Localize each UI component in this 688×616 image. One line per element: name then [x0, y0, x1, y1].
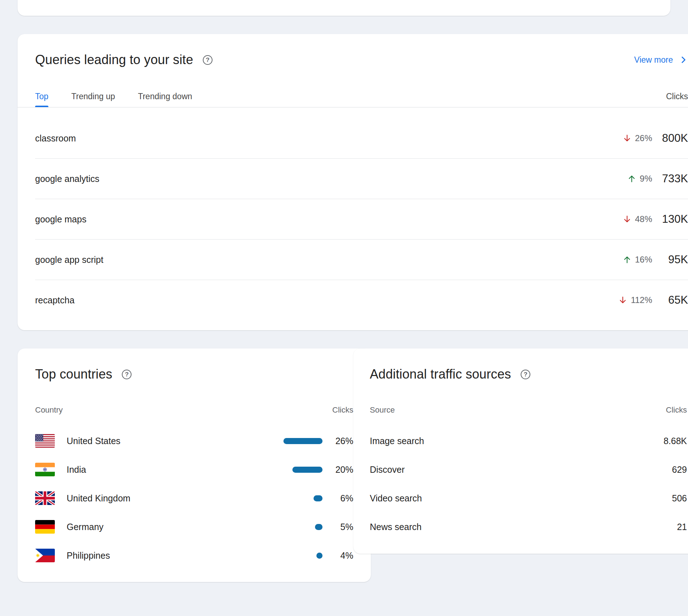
query-text: google analytics	[35, 174, 99, 184]
query-text: google maps	[35, 214, 86, 225]
clicks-value: 130K	[652, 213, 688, 226]
country-name: Germany	[67, 522, 104, 532]
view-more-label: View more	[634, 55, 673, 65]
top-countries-card: Top countries Country Clicks United Stat…	[18, 348, 371, 582]
clicks-bar	[283, 438, 322, 444]
flag-philippines-icon	[35, 549, 55, 562]
trend-percent: 26%	[635, 133, 652, 143]
trend-percent: 48%	[635, 214, 652, 224]
country-row: Germany 5%	[35, 512, 353, 541]
help-icon[interactable]	[521, 370, 530, 379]
flag-india-icon	[35, 463, 55, 476]
query-row: classroom 26% 800K	[35, 118, 688, 159]
arrow-down-icon	[618, 295, 627, 305]
clicks-value: 733K	[652, 172, 688, 185]
country-row: United States 26%	[35, 427, 353, 455]
clicks-column-header: Clicks	[332, 405, 353, 415]
query-row: recaptcha 112% 65K	[35, 280, 688, 320]
arrow-up-icon	[627, 174, 636, 183]
flag-germany-icon	[35, 520, 55, 534]
country-percent: 6%	[322, 493, 353, 504]
country-percent: 26%	[322, 436, 353, 446]
country-name: United Kingdom	[67, 493, 130, 504]
tab-trending-up[interactable]: Trending up	[71, 91, 115, 107]
query-row: google maps 48% 130K	[35, 199, 688, 240]
tab-trending-down[interactable]: Trending down	[138, 91, 192, 107]
source-clicks: 8.68K	[664, 436, 687, 446]
dashboard-page: { "page": { "background": "#EEF1F6" }, "…	[0, 0, 688, 616]
clicks-bar	[315, 524, 322, 530]
source-clicks: 21	[677, 522, 687, 532]
source-row: Discover 629	[370, 455, 687, 484]
arrow-down-icon	[622, 215, 632, 224]
clicks-bar	[292, 467, 322, 473]
source-name: Image search	[370, 436, 424, 446]
top-countries-title: Top countries	[35, 366, 112, 383]
arrow-down-icon	[622, 134, 632, 143]
source-name: News search	[370, 522, 422, 532]
source-row: News search 21	[370, 512, 687, 541]
clicks-column-header: Clicks	[666, 91, 688, 107]
query-row: google analytics 9% 733K	[35, 159, 688, 199]
country-percent: 4%	[322, 550, 353, 561]
queries-card-title: Queries leading to your site	[35, 51, 193, 68]
query-text: recaptcha	[35, 295, 75, 305]
country-percent: 5%	[322, 522, 353, 532]
source-name: Video search	[370, 493, 422, 504]
help-icon[interactable]	[203, 55, 212, 65]
queries-card: Queries leading to your site View more T…	[18, 34, 688, 330]
source-clicks: 506	[672, 493, 687, 504]
clicks-value: 800K	[652, 132, 688, 145]
source-clicks: 629	[672, 465, 687, 475]
clicks-bar	[316, 553, 322, 559]
traffic-sources-card: Additional traffic sources Source Clicks…	[353, 348, 688, 554]
country-name: Philippines	[67, 550, 110, 561]
tab-top[interactable]: Top	[35, 91, 48, 107]
query-text: classroom	[35, 133, 76, 144]
country-percent: 20%	[322, 465, 353, 475]
countries-list: United States 26% India 20%	[35, 427, 353, 570]
source-row: Video search 506	[370, 484, 687, 512]
flag-united-states-icon	[35, 434, 55, 448]
trend-percent: 16%	[635, 255, 652, 265]
country-name: India	[67, 465, 86, 475]
clicks-column-header: Clicks	[666, 405, 687, 415]
queries-list: classroom 26% 800K google analytics 9% 7…	[35, 107, 688, 320]
clicks-bar	[314, 495, 322, 501]
source-name: Discover	[370, 465, 405, 475]
chevron-right-icon	[679, 55, 688, 64]
queries-tabs: Top Trending up Trending down Clicks	[35, 91, 688, 107]
country-row: United Kingdom 6%	[35, 484, 353, 512]
top-partial-card	[18, 0, 670, 16]
country-name: United States	[67, 436, 120, 446]
clicks-value: 65K	[652, 294, 688, 307]
source-column-header: Source	[370, 405, 395, 415]
flag-united-kingdom-icon	[35, 491, 55, 505]
help-icon[interactable]	[122, 370, 132, 379]
country-row: India 20%	[35, 455, 353, 484]
country-row: Philippines 4%	[35, 541, 353, 570]
queries-card-header: Queries leading to your site View more	[35, 34, 688, 68]
country-column-header: Country	[35, 405, 63, 415]
view-more-link[interactable]: View more	[634, 55, 688, 65]
query-text: google app script	[35, 255, 103, 265]
trend-percent: 112%	[631, 295, 652, 305]
query-row: google app script 16% 95K	[35, 240, 688, 280]
traffic-sources-title: Additional traffic sources	[370, 366, 511, 383]
clicks-value: 95K	[652, 253, 688, 266]
trend-percent: 9%	[640, 174, 652, 184]
source-row: Image search 8.68K	[370, 427, 687, 455]
arrow-up-icon	[622, 255, 632, 264]
sources-list: Image search 8.68K Discover 629 Video se…	[370, 427, 687, 541]
